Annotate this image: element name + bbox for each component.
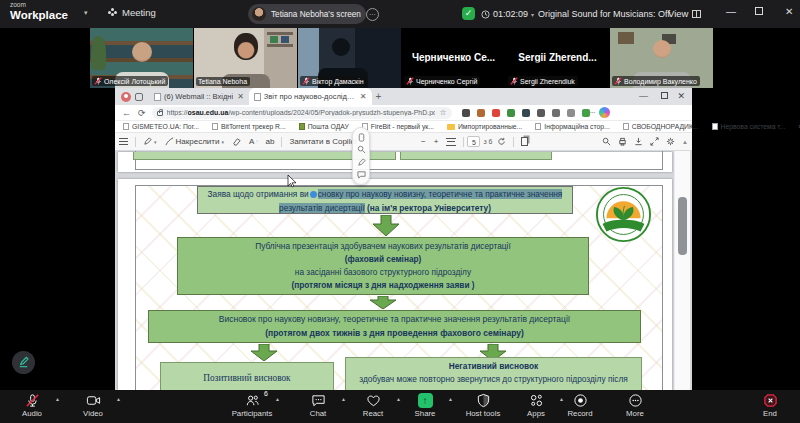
meeting-timer[interactable]: 01:02:09 ▾ xyxy=(481,9,534,19)
pdf-pen-button[interactable]: ▾ xyxy=(143,137,157,146)
refresh-icon[interactable]: ⟳ xyxy=(138,108,146,118)
browser-extension-icon[interactable] xyxy=(507,109,515,117)
pdf-draw-button[interactable]: Накреслити ▾ xyxy=(165,137,224,146)
end-button[interactable]: End xyxy=(746,392,794,418)
pdf-scrollbar-track[interactable] xyxy=(674,151,690,390)
view-button[interactable]: View xyxy=(668,8,701,19)
mini-comment-icon[interactable] xyxy=(357,170,366,179)
browser-close-button[interactable]: ✕ xyxy=(677,91,685,101)
react-button[interactable]: ▲ React xyxy=(349,392,397,418)
toolbar-more-icon[interactable]: ··· xyxy=(590,108,595,117)
pdf-scrollbar-thumb[interactable] xyxy=(678,197,687,255)
page-view-icon[interactable] xyxy=(521,137,528,146)
original-sound-status[interactable]: Original Sound for Musicians: Off xyxy=(538,9,670,19)
tab-webmail[interactable]: (6) Webmail :: Вхідні ✕ xyxy=(149,88,249,105)
pdf-eraser-button[interactable] xyxy=(232,137,241,146)
participant-head xyxy=(234,33,258,60)
pdf-save-icon[interactable] xyxy=(634,137,643,146)
browser-profile-icon[interactable] xyxy=(121,92,131,102)
browser-extension-icon[interactable] xyxy=(567,109,575,117)
bookmark-icon xyxy=(623,123,629,130)
participant-tile[interactable]: Черниченко Се... Черниченко Сергій xyxy=(402,28,505,88)
mini-pen-icon[interactable] xyxy=(357,158,366,167)
chat-button[interactable]: ▲ Chat xyxy=(294,392,342,418)
timer-chevron-down-icon[interactable]: ▾ xyxy=(531,11,534,18)
chat-chevron-icon[interactable]: ▲ xyxy=(341,396,346,402)
pdf-zoom-out-button[interactable]: − xyxy=(421,137,426,146)
pdf-rotate-button[interactable] xyxy=(497,137,506,146)
browser-minimize-button[interactable]: — xyxy=(639,91,648,101)
window-close-button[interactable]: ✕ xyxy=(785,6,793,17)
sharer-avatar xyxy=(252,7,266,21)
url-field[interactable]: https://osau.edu.ua/wp-content/uploads/2… xyxy=(152,107,452,119)
audio-button[interactable]: ▲ Audio xyxy=(8,392,56,418)
bookmark-item[interactable]: Інформаційна стор... xyxy=(535,123,610,130)
pdf-zoom-in-button[interactable]: + xyxy=(434,137,439,146)
bookmark-item[interactable]: GISMETEO.UA: Пог... xyxy=(123,123,199,130)
pdf-read-aloud-button[interactable]: A⁾ xyxy=(249,137,258,146)
video-button[interactable]: ▲ Video xyxy=(69,392,117,418)
tab-actions-icon[interactable] xyxy=(135,93,143,101)
security-shield-icon[interactable]: ✓ xyxy=(462,7,475,20)
zoom-brand-small: zoom xyxy=(10,2,68,9)
tab-close-icon[interactable]: ✕ xyxy=(237,92,244,101)
back-icon[interactable]: ← xyxy=(122,108,131,118)
bookmark-item[interactable]: BitTorrent трекер R... xyxy=(212,123,286,130)
shared-screen-pill[interactable]: Tetiana Neboha's screen ··· xyxy=(248,4,366,24)
participant-tile[interactable]: Олексій Лотоцький xyxy=(90,28,193,88)
participant-tile[interactable]: Володимир Вакуленко xyxy=(610,28,713,88)
bookmark-item[interactable]: Пошта ОДАУ xyxy=(299,123,349,130)
apps-button[interactable]: ▲ Apps xyxy=(512,392,560,418)
pdf-text-tool-button[interactable]: ab xyxy=(266,137,275,146)
pdf-settings-gear-icon[interactable] xyxy=(666,137,675,146)
bookmark-item[interactable]: FireBit - первый ук... xyxy=(362,123,434,130)
browser-extension-icon[interactable] xyxy=(477,109,485,117)
shared-screen-options-icon[interactable]: ··· xyxy=(366,8,379,21)
browser-extension-icon[interactable] xyxy=(582,109,590,117)
copilot-icon[interactable] xyxy=(599,107,610,118)
mini-device-icon[interactable] xyxy=(357,133,366,142)
participants-button[interactable]: 6 ▲ Participants xyxy=(228,392,276,418)
bookmark-item[interactable]: СВОБОДНОРАДИК... xyxy=(623,123,699,130)
participant-tile[interactable]: Tetiana Neboha xyxy=(194,28,297,88)
selection-copilot-badge[interactable] xyxy=(310,191,317,198)
record-button[interactable]: Record xyxy=(556,392,604,418)
bookmark-item[interactable]: Нервова система т... xyxy=(712,123,786,130)
pdf-ask-copilot-button[interactable]: Запитати в Copilot xyxy=(289,137,357,146)
mini-search-icon[interactable] xyxy=(357,145,366,154)
fit-to-width-icon[interactable] xyxy=(446,138,456,146)
tab-meeting[interactable]: Meeting xyxy=(108,7,156,18)
window-maximize-button[interactable] xyxy=(755,6,763,17)
page-number-input[interactable]: 5 xyxy=(467,136,480,147)
more-ellipsis-icon xyxy=(628,393,643,408)
browser-extension-icon[interactable] xyxy=(522,109,530,117)
audio-chevron-icon[interactable]: ▲ xyxy=(55,396,60,402)
pdf-print-icon[interactable] xyxy=(618,137,627,146)
scroll-up-arrow-icon[interactable]: ▲ xyxy=(682,139,688,145)
pdf-contents-icon[interactable] xyxy=(119,138,128,145)
browser-restore-button[interactable] xyxy=(661,91,668,101)
participant-tile[interactable]: Віктор Дамаскін xyxy=(298,28,401,88)
host-tools-button[interactable]: Host tools xyxy=(455,392,511,418)
video-chevron-icon[interactable]: ▲ xyxy=(116,396,121,402)
window-minimize-button[interactable]: — xyxy=(726,6,736,17)
pdf-expand-icon[interactable] xyxy=(650,137,659,146)
browser-extension-icon[interactable] xyxy=(492,109,500,117)
pdf-search-icon[interactable] xyxy=(602,137,611,146)
workspace-chevron-down-icon[interactable]: ▾ xyxy=(84,9,88,17)
tab-close-icon[interactable]: ✕ xyxy=(360,92,367,101)
browser-extension-icon[interactable] xyxy=(552,109,560,117)
bookmark-item[interactable]: Импортированные... xyxy=(447,123,522,130)
new-tab-button[interactable]: + xyxy=(376,91,382,102)
favorite-star-icon[interactable]: ☆ xyxy=(439,108,446,117)
pdf-viewport[interactable]: Заява щодо отримання висновку про науков… xyxy=(115,151,692,390)
tab-pdf-active[interactable]: Звіт про науково-дослідну робо... ✕ xyxy=(249,88,372,105)
browser-extension-icon[interactable] xyxy=(537,109,545,117)
share-button[interactable]: ↑ ▲ Share xyxy=(401,392,449,418)
participants-chevron-icon[interactable]: ▲ xyxy=(275,396,280,402)
participant-tile[interactable]: Sergii Zherend... Sergii Zherendiuk xyxy=(506,28,609,88)
share-chevron-icon[interactable]: ▲ xyxy=(448,396,453,402)
annotation-pencil-button[interactable] xyxy=(12,351,35,374)
browser-extension-icon[interactable] xyxy=(462,109,470,117)
more-button[interactable]: More xyxy=(611,392,659,418)
